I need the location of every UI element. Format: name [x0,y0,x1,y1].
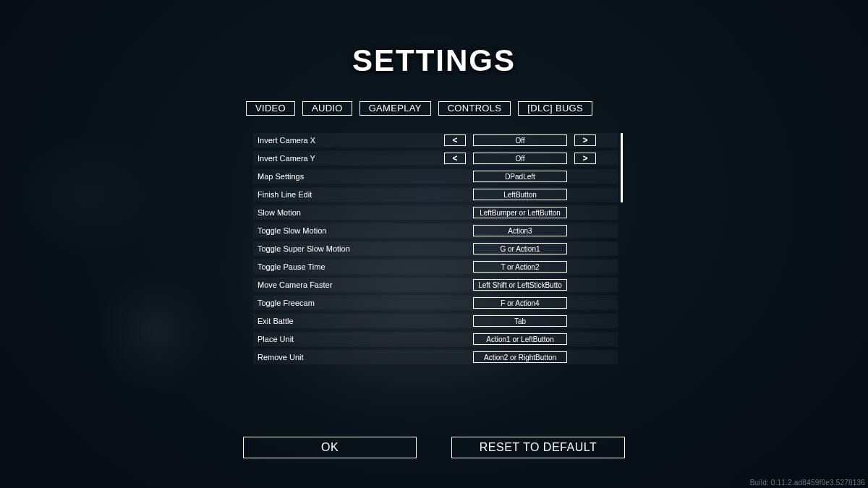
keybind-value[interactable]: LeftBumper or LeftButton [473,207,567,218]
next-option-button[interactable]: > [574,153,596,164]
row-invert-camera-y: Invert Camera Y < Off > [253,151,618,166]
keybind-value[interactable]: DPadLeft [473,171,567,182]
row-label: Remove Unit [258,353,444,361]
keybind-value[interactable]: Action2 or RightButton [473,351,567,363]
row-map-settings: Map Settings DPadLeft [253,169,618,184]
keybind-value[interactable]: Action1 or LeftButton [473,333,567,345]
row-toggle-freecam: Toggle Freecam F or Action4 [253,296,618,310]
tab-dlc-bugs[interactable]: [DLC] BUGS [518,101,592,116]
row-move-camera-faster: Move Camera Faster Left Shift or LeftSti… [253,278,618,292]
keybind-value[interactable]: G or Action1 [473,243,567,254]
next-option-button[interactable]: > [574,134,596,146]
row-label: Move Camera Faster [258,281,444,289]
option-value[interactable]: Off [473,134,567,146]
settings-page: { "title": "SETTINGS", "tabs": [ { "labe… [0,0,868,488]
row-toggle-super-slow-motion: Toggle Super Slow Motion G or Action1 [253,241,618,256]
row-label: Invert Camera X [258,136,444,145]
row-label: Toggle Pause Time [258,262,444,271]
row-label: Place Unit [258,335,444,343]
option-value[interactable]: Off [473,153,567,164]
footer-buttons: OK RESET TO DEFAULT [0,437,868,458]
page-title: SETTINGS [0,43,868,78]
row-label: Toggle Super Slow Motion [258,244,444,253]
tab-video[interactable]: VIDEO [246,101,295,116]
row-label: Toggle Freecam [258,299,444,307]
row-slow-motion: Slow Motion LeftBumper or LeftButton [253,205,618,220]
row-label: Finish Line Edit [258,190,444,199]
row-label: Toggle Slow Motion [258,226,444,235]
row-label: Slow Motion [258,208,444,217]
tab-audio[interactable]: AUDIO [302,101,352,116]
ok-button[interactable]: OK [243,437,417,458]
keybind-value[interactable]: Action3 [473,225,567,236]
prev-option-button[interactable]: < [444,134,466,146]
row-toggle-slow-motion: Toggle Slow Motion Action3 [253,223,618,238]
keybind-value[interactable]: F or Action4 [473,297,567,309]
keybind-value[interactable]: Left Shift or LeftStickButto [473,279,567,291]
build-version: Build: 0.11.2.ad8459f0e3.5278136 [750,479,865,487]
row-label: Exit Battle [258,317,444,325]
tab-gameplay[interactable]: GAMEPLAY [359,101,431,116]
prev-option-button[interactable]: < [444,153,466,164]
scrollbar-thumb[interactable] [621,133,623,202]
row-finish-line-edit: Finish Line Edit LeftButton [253,187,618,202]
keybind-value[interactable]: T or Action2 [473,261,567,273]
row-place-unit: Place Unit Action1 or LeftButton [253,332,618,346]
tabs: VIDEO AUDIO GAMEPLAY CONTROLS [DLC] BUGS [246,101,592,116]
keybind-value[interactable]: LeftButton [473,189,567,200]
row-toggle-pause-time: Toggle Pause Time T or Action2 [253,260,618,274]
scrollbar[interactable] [621,133,623,361]
settings-list-viewport: Invert Camera X < Off > Invert Camera Y … [253,133,618,366]
row-label: Map Settings [258,172,444,181]
reset-to-default-button[interactable]: RESET TO DEFAULT [451,437,625,458]
keybind-value[interactable]: Tab [473,315,567,327]
settings-list: Invert Camera X < Off > Invert Camera Y … [253,133,618,364]
row-label: Invert Camera Y [258,154,444,163]
row-remove-unit: Remove Unit Action2 or RightButton [253,350,618,364]
tab-controls[interactable]: CONTROLS [438,101,511,116]
row-invert-camera-x: Invert Camera X < Off > [253,133,618,147]
row-exit-battle: Exit Battle Tab [253,314,618,328]
